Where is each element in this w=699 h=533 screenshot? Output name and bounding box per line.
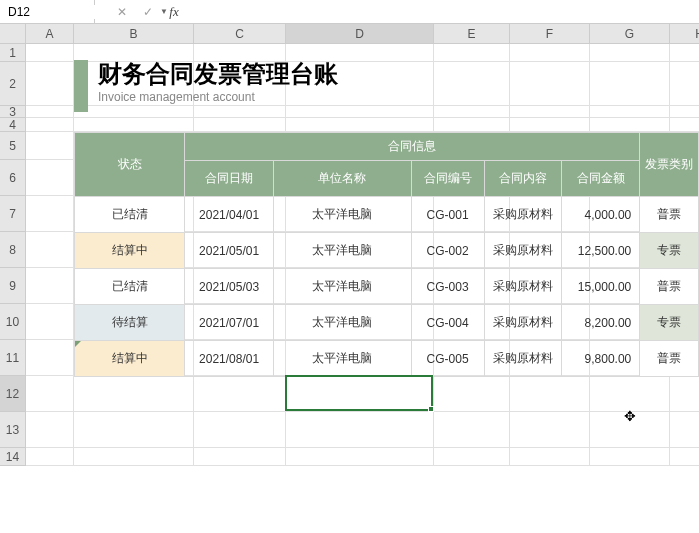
cell[interactable] xyxy=(26,132,74,160)
cell[interactable] xyxy=(74,376,194,412)
cell[interactable] xyxy=(590,118,670,132)
cell[interactable] xyxy=(26,160,74,196)
cell-invoice-type[interactable]: 普票 xyxy=(640,197,699,233)
cell-status[interactable]: 结算中 xyxy=(75,233,185,269)
cell-unit[interactable]: 太平洋电脑 xyxy=(273,305,411,341)
cell[interactable] xyxy=(26,448,74,466)
col-header-D[interactable]: D xyxy=(286,24,434,44)
cell-unit[interactable]: 太平洋电脑 xyxy=(273,233,411,269)
cell[interactable] xyxy=(434,118,510,132)
cell[interactable] xyxy=(434,106,510,118)
cell-status[interactable]: 已结清 xyxy=(75,269,185,305)
cell[interactable] xyxy=(26,412,74,448)
row-header-14[interactable]: 14 xyxy=(0,448,26,466)
cell[interactable] xyxy=(670,376,699,412)
cell[interactable] xyxy=(590,376,670,412)
cell[interactable] xyxy=(590,106,670,118)
cell-invoice-type[interactable]: 普票 xyxy=(640,341,699,377)
row-header-9[interactable]: 9 xyxy=(0,268,26,304)
cell[interactable] xyxy=(434,448,510,466)
row-header-12[interactable]: 12 xyxy=(0,376,26,412)
cell[interactable] xyxy=(434,44,510,62)
cell-date[interactable]: 2021/05/01 xyxy=(185,233,273,269)
formula-input[interactable] xyxy=(187,5,699,19)
row-header-7[interactable]: 7 xyxy=(0,196,26,232)
cell-code[interactable]: CG-002 xyxy=(411,233,484,269)
col-header-C[interactable]: C xyxy=(194,24,286,44)
cell-code[interactable]: CG-005 xyxy=(411,341,484,377)
row-header-4[interactable]: 4 xyxy=(0,118,26,132)
row-header-6[interactable]: 6 xyxy=(0,160,26,196)
col-header-E[interactable]: E xyxy=(434,24,510,44)
cell[interactable] xyxy=(286,376,434,412)
cell-amount[interactable]: 8,200.00 xyxy=(562,305,640,341)
cell[interactable] xyxy=(510,118,590,132)
row-header-10[interactable]: 10 xyxy=(0,304,26,340)
row-header-8[interactable]: 8 xyxy=(0,232,26,268)
cell[interactable] xyxy=(670,62,699,106)
cell[interactable] xyxy=(590,448,670,466)
cell[interactable] xyxy=(510,62,590,106)
cell[interactable] xyxy=(26,106,74,118)
cell-content[interactable]: 采购原材料 xyxy=(484,341,562,377)
cell[interactable] xyxy=(510,376,590,412)
cell-content[interactable]: 采购原材料 xyxy=(484,233,562,269)
cell[interactable] xyxy=(26,44,74,62)
cell-unit[interactable]: 太平洋电脑 xyxy=(273,341,411,377)
cell[interactable] xyxy=(194,376,286,412)
col-header-A[interactable]: A xyxy=(26,24,74,44)
cell[interactable] xyxy=(286,118,434,132)
col-header-G[interactable]: G xyxy=(590,24,670,44)
cell[interactable] xyxy=(26,268,74,304)
cell-invoice-type[interactable]: 专票 xyxy=(640,233,699,269)
cell-code[interactable]: CG-003 xyxy=(411,269,484,305)
cell[interactable] xyxy=(26,340,74,376)
cell-status[interactable]: 结算中 xyxy=(75,341,185,377)
cell-unit[interactable]: 太平洋电脑 xyxy=(273,197,411,233)
cell[interactable] xyxy=(510,448,590,466)
cell[interactable] xyxy=(74,118,194,132)
cell[interactable] xyxy=(286,448,434,466)
cell[interactable] xyxy=(510,106,590,118)
cell[interactable] xyxy=(26,118,74,132)
cell[interactable] xyxy=(26,62,74,106)
cell[interactable] xyxy=(670,44,699,62)
row-header-3[interactable]: 3 xyxy=(0,106,26,118)
row-header-11[interactable]: 11 xyxy=(0,340,26,376)
cell-status[interactable]: 已结清 xyxy=(75,197,185,233)
cell[interactable] xyxy=(434,412,510,448)
row-header-5[interactable]: 5 xyxy=(0,132,26,160)
cell-content[interactable]: 采购原材料 xyxy=(484,197,562,233)
cell[interactable] xyxy=(590,62,670,106)
cell[interactable] xyxy=(510,44,590,62)
cell-amount[interactable]: 12,500.00 xyxy=(562,233,640,269)
cell-invoice-type[interactable]: 专票 xyxy=(640,305,699,341)
cell[interactable] xyxy=(194,412,286,448)
row-header-1[interactable]: 1 xyxy=(0,44,26,62)
cell[interactable] xyxy=(26,232,74,268)
cell-amount[interactable]: 9,800.00 xyxy=(562,341,640,377)
cell-date[interactable]: 2021/07/01 xyxy=(185,305,273,341)
cell-status[interactable]: 待结算 xyxy=(75,305,185,341)
cell-content[interactable]: 采购原材料 xyxy=(484,269,562,305)
cell[interactable] xyxy=(670,412,699,448)
cell[interactable] xyxy=(590,44,670,62)
cell-code[interactable]: CG-004 xyxy=(411,305,484,341)
cell[interactable] xyxy=(26,376,74,412)
cell[interactable] xyxy=(670,448,699,466)
col-header-H[interactable]: H xyxy=(670,24,699,44)
cell[interactable] xyxy=(74,412,194,448)
cell-amount[interactable]: 4,000.00 xyxy=(562,197,640,233)
cell[interactable] xyxy=(194,118,286,132)
cell[interactable] xyxy=(510,412,590,448)
cell[interactable] xyxy=(434,62,510,106)
col-header-B[interactable]: B xyxy=(74,24,194,44)
cell-amount[interactable]: 15,000.00 xyxy=(562,269,640,305)
cell-date[interactable]: 2021/08/01 xyxy=(185,341,273,377)
cell-date[interactable]: 2021/04/01 xyxy=(185,197,273,233)
name-box-wrap[interactable]: ▼ xyxy=(0,0,95,23)
cell[interactable] xyxy=(286,412,434,448)
col-header-F[interactable]: F xyxy=(510,24,590,44)
cell-invoice-type[interactable]: 普票 xyxy=(640,269,699,305)
select-all-corner[interactable] xyxy=(0,24,26,44)
